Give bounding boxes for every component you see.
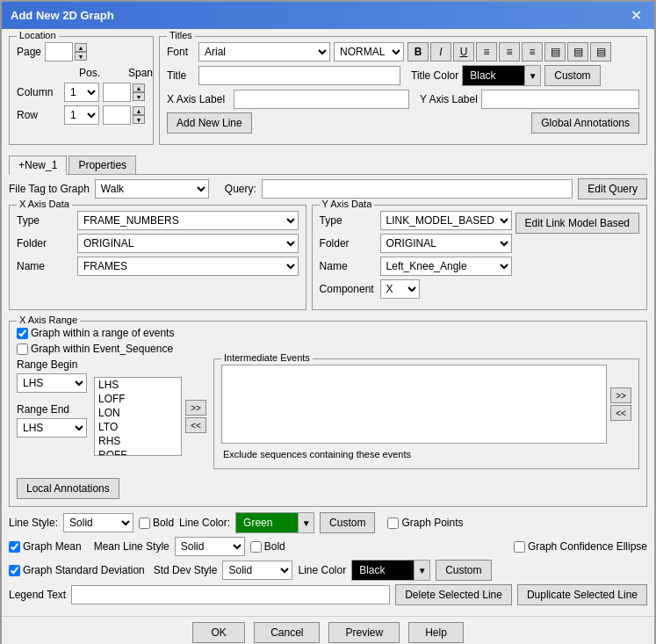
dialog: Add New 2D Graph ✕ Location Page 2 ▲ ▼: [0, 0, 656, 644]
tab-new1[interactable]: +New_1: [9, 156, 67, 175]
ok-button[interactable]: OK: [192, 622, 245, 643]
graph-mean-checkbox[interactable]: [9, 541, 20, 553]
local-annotations-btn[interactable]: Local Annotations: [17, 478, 119, 499]
italic-btn[interactable]: I: [430, 42, 451, 62]
col-span-up[interactable]: ▲: [133, 83, 145, 92]
row-span-input[interactable]: 1: [103, 105, 131, 125]
range-events-checkbox[interactable]: [17, 328, 28, 339]
tab-properties[interactable]: Properties: [68, 156, 136, 174]
std-color-arrow[interactable]: ▼: [414, 561, 429, 580]
event-lhs[interactable]: LHS: [95, 378, 181, 392]
title-color-dropdown[interactable]: Black ▼: [462, 65, 541, 86]
inter-add-btn[interactable]: >>: [610, 387, 631, 403]
graph-points-checkbox[interactable]: [387, 517, 399, 529]
x-name-select[interactable]: FRAMES: [77, 257, 299, 276]
file-tag-select[interactable]: Walk: [95, 179, 209, 199]
local-ann-row: Local Annotations: [17, 478, 639, 499]
help-button[interactable]: Help: [408, 622, 464, 643]
line-style-select[interactable]: SolidDashedDotted: [63, 513, 133, 532]
event-lon[interactable]: LON: [95, 406, 181, 420]
delete-line-btn[interactable]: Delete Selected Line: [395, 584, 512, 605]
bottom-section: Line Style: SolidDashedDotted Bold Line …: [9, 512, 647, 605]
edit-link-model-btn[interactable]: Edit Link Model Based: [515, 213, 639, 234]
std-color-dropdown[interactable]: Black ▼: [351, 560, 430, 581]
event-loff[interactable]: LOFF: [95, 392, 181, 406]
col-span-down[interactable]: ▼: [133, 92, 145, 101]
x-axis-text-label: X Axis Label: [167, 93, 230, 105]
close-button[interactable]: ✕: [627, 7, 645, 24]
y-name-select[interactable]: Left_Knee_Angle: [380, 257, 512, 276]
format-btn4[interactable]: ▤: [544, 42, 566, 62]
line-color-dropdown[interactable]: Green ▼: [235, 512, 314, 533]
graph-confidence-label: Graph Confidence Ellipse: [528, 540, 647, 553]
row-pos-select[interactable]: 123: [64, 105, 99, 125]
remove-event-btn[interactable]: <<: [185, 417, 206, 433]
line-color-arrow[interactable]: ▼: [298, 513, 314, 532]
page-spinner: 2 ▲ ▼: [45, 42, 87, 62]
row-span-up[interactable]: ▲: [133, 106, 145, 115]
std-custom-btn[interactable]: Custom: [436, 560, 491, 581]
format-btn6[interactable]: ▤: [590, 42, 611, 62]
font-select[interactable]: ArialTimes New RomanCourier: [198, 42, 330, 62]
underline-btn[interactable]: U: [453, 42, 474, 62]
page-spin-up[interactable]: ▲: [75, 43, 87, 52]
x-type-select[interactable]: FRAME_NUMBERS: [77, 211, 299, 230]
align-center-btn[interactable]: ≡: [499, 42, 520, 62]
range-end-select[interactable]: LHSLOFFLONLTORHS: [17, 418, 87, 438]
align-left-btn[interactable]: ≡: [476, 42, 497, 62]
x-axis-range-title: X Axis Range: [17, 315, 80, 325]
preview-button[interactable]: Preview: [328, 622, 400, 643]
global-annotations-btn[interactable]: Global Annotations: [531, 112, 639, 134]
events-listbox[interactable]: LHS LOFF LON LTO RHS ROFF RON: [94, 377, 182, 456]
range-begin-select[interactable]: LHSLOFFLONLTORHS: [17, 373, 87, 393]
add-event-btn[interactable]: >>: [185, 400, 206, 416]
page-spin-down[interactable]: ▼: [75, 52, 87, 61]
std-dev-select[interactable]: SolidDashed: [222, 561, 292, 580]
duplicate-line-btn[interactable]: Duplicate Selected Line: [517, 584, 647, 605]
x-folder-select[interactable]: ORIGINAL: [77, 234, 299, 253]
edit-query-btn[interactable]: Edit Query: [578, 178, 647, 199]
graph-confidence-checkbox[interactable]: [514, 541, 525, 553]
line-custom-btn[interactable]: Custom: [320, 512, 375, 533]
event-rhs[interactable]: RHS: [95, 434, 181, 448]
column-span-btns: ▲ ▼: [133, 83, 145, 101]
column-pos-select[interactable]: 123: [64, 83, 99, 102]
format-btn5[interactable]: ▤: [567, 42, 588, 62]
inter-remove-btn[interactable]: <<: [610, 405, 631, 421]
event-lto[interactable]: LTO: [95, 420, 181, 434]
row-span-down[interactable]: ▼: [133, 115, 145, 124]
legend-label: Legend Text: [9, 589, 66, 601]
bold-checkbox[interactable]: [139, 517, 150, 529]
mean-line-style-select[interactable]: SolidDashed: [175, 537, 245, 556]
y-axis-text-label: Y Axis Label: [420, 93, 478, 105]
query-input[interactable]: [262, 179, 573, 199]
x-type-label: Type: [17, 214, 74, 227]
graph-std-checkbox[interactable]: [9, 565, 20, 576]
y-axis-label-input[interactable]: Extension / Flexion (degrees): [481, 90, 639, 109]
range-events-label: Graph within a range of events: [31, 327, 174, 339]
cancel-button[interactable]: Cancel: [254, 622, 320, 643]
row-span-btns: ▲ ▼: [133, 106, 145, 124]
title-input[interactable]: Sagittal Knee Kinematics: [198, 66, 400, 85]
intermediate-listbox[interactable]: [221, 365, 607, 444]
event-seq-checkbox[interactable]: [17, 344, 28, 355]
intermediate-events-title: Intermediate Events: [221, 352, 313, 363]
y-type-select[interactable]: LINK_MODEL_BASED: [380, 211, 512, 230]
bold2-checkbox[interactable]: [250, 541, 262, 553]
legend-input[interactable]: [71, 585, 390, 604]
page-input[interactable]: 2: [45, 42, 73, 62]
x-axis-label-input[interactable]: Normalized (% gait cycle): [234, 90, 409, 109]
align-right-btn[interactable]: ≡: [522, 42, 543, 62]
titles-group-title: Titles: [167, 30, 195, 40]
page-label: Page: [17, 46, 41, 58]
x-folder-label: Folder: [17, 237, 74, 250]
event-roff[interactable]: ROFF: [95, 448, 181, 456]
title-custom-btn[interactable]: Custom: [544, 65, 600, 86]
font-style-select[interactable]: NORMALBOLDITALIC: [334, 42, 404, 62]
bold-btn[interactable]: B: [407, 42, 429, 62]
add-new-line-btn[interactable]: Add New Line: [167, 112, 252, 134]
y-folder-select[interactable]: ORIGINAL: [380, 234, 512, 253]
y-component-select[interactable]: XYZ: [380, 279, 420, 299]
title-color-arrow[interactable]: ▼: [524, 66, 540, 85]
column-span-input[interactable]: 1: [103, 83, 131, 102]
